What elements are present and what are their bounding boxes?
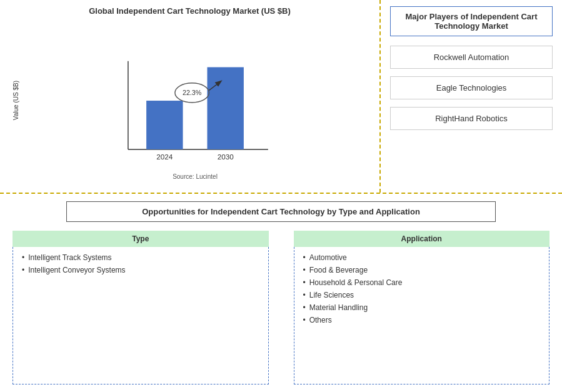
application-column: Application • Automotive • Food & Bevera… bbox=[294, 231, 550, 384]
type-item-1: • Intelligent Track Systems bbox=[22, 253, 259, 262]
x-label-2024: 2024 bbox=[156, 153, 173, 161]
bar-2030 bbox=[207, 67, 243, 149]
opportunities-title: Opportunities for Independent Cart Techn… bbox=[66, 201, 496, 222]
bottom-section: Opportunities for Independent Cart Techn… bbox=[0, 194, 562, 392]
app-item-5: • Material Handling bbox=[303, 303, 541, 312]
players-title: Major Players of Independent Cart Techno… bbox=[390, 6, 553, 36]
bullet-a3: • bbox=[303, 278, 306, 287]
chart-plot: 2024 2030 22.3% Source: Luci bbox=[23, 55, 367, 180]
application-body: • Automotive • Food & Beverage • Househo… bbox=[294, 247, 550, 384]
app-item-4: • Life Sciences bbox=[303, 291, 541, 299]
app-item-6: • Others bbox=[303, 316, 541, 324]
chart-title: Global Independent Cart Technology Marke… bbox=[89, 6, 291, 16]
player-item-1: Rockwell Automation bbox=[390, 46, 553, 69]
app-item-2: • Food & Beverage bbox=[303, 266, 541, 274]
main-container: Global Independent Cart Technology Marke… bbox=[0, 0, 562, 392]
source-text: Source: Lucintel bbox=[23, 173, 367, 180]
opportunities-grid: Type • Intelligent Track Systems • Intel… bbox=[13, 231, 549, 384]
app-item-1: • Automotive bbox=[303, 253, 541, 262]
bullet-a1: • bbox=[303, 253, 306, 262]
y-axis-label: Value (US $B) bbox=[13, 81, 19, 120]
app-item-3: • Household & Personal Care bbox=[303, 278, 541, 287]
chart-area: Global Independent Cart Technology Marke… bbox=[0, 0, 381, 193]
chart-wrapper: Value (US $B) 2024 2030 bbox=[13, 21, 367, 186]
bullet-a4: • bbox=[303, 291, 306, 299]
top-section: Global Independent Cart Technology Marke… bbox=[0, 0, 562, 194]
type-column: Type • Intelligent Track Systems • Intel… bbox=[13, 231, 269, 384]
bullet-a6: • bbox=[303, 316, 306, 324]
type-item-2: • Intelligent Conveyor Systems bbox=[22, 266, 259, 274]
bar-2024 bbox=[146, 101, 183, 149]
type-header: Type bbox=[13, 231, 269, 247]
bullet-a2: • bbox=[303, 266, 306, 274]
bullet-1: • bbox=[22, 253, 24, 262]
players-panel: Major Players of Independent Cart Techno… bbox=[381, 0, 562, 193]
type-body: • Intelligent Track Systems • Intelligen… bbox=[13, 247, 269, 384]
bullet-2: • bbox=[22, 266, 24, 274]
application-header: Application bbox=[294, 231, 550, 247]
annotation-text: 22.3% bbox=[183, 89, 202, 96]
bar-chart-svg: 2024 2030 22.3% bbox=[23, 55, 367, 171]
player-item-2: Eagle Technologies bbox=[390, 76, 553, 99]
player-item-3: RightHand Robotics bbox=[390, 107, 553, 130]
bullet-a5: • bbox=[303, 303, 306, 312]
x-label-2030: 2030 bbox=[218, 153, 234, 161]
